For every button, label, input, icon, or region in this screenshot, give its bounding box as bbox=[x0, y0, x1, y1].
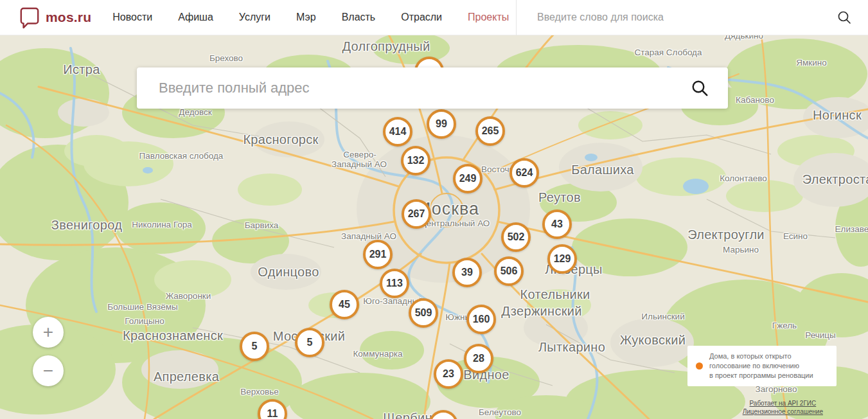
mos-ru-logo[interactable]: mos.ru bbox=[19, 6, 91, 29]
cluster-count: 624 bbox=[516, 167, 533, 179]
map-place-label: Красногорск bbox=[243, 132, 318, 147]
cluster-marker[interactable]: 39 bbox=[452, 258, 482, 287]
cluster-count: 265 bbox=[482, 125, 499, 137]
map-place-label: Верховье bbox=[240, 387, 279, 397]
map-place-label: Есино bbox=[783, 231, 808, 241]
nav-item-afisha[interactable]: Афиша bbox=[178, 12, 213, 23]
map-place-label: Лыткарино bbox=[538, 340, 605, 355]
zoom-in-button[interactable]: + bbox=[33, 317, 64, 348]
cluster-marker[interactable]: 5 bbox=[295, 328, 324, 357]
cluster-marker[interactable]: 506 bbox=[494, 256, 524, 286]
map-place-label: Звенигород bbox=[51, 218, 122, 233]
cluster-marker[interactable]: 249 bbox=[453, 164, 483, 193]
map-place-label: Ямкино bbox=[796, 58, 826, 67]
map-place-label: Балашиха bbox=[571, 163, 634, 177]
legend-line: голосование по включению bbox=[709, 361, 830, 371]
map-place-label: Большие Вязёмы bbox=[107, 302, 177, 312]
nav-item-mayor[interactable]: Мэр bbox=[296, 12, 316, 23]
search-icon[interactable] bbox=[837, 10, 851, 24]
map-place-label: Центральный АО bbox=[420, 218, 490, 228]
cluster-count: 39 bbox=[461, 267, 473, 278]
cluster-count: 267 bbox=[408, 208, 425, 220]
cluster-marker[interactable]: 291 bbox=[363, 240, 393, 269]
cluster-count: 11 bbox=[267, 408, 278, 419]
map-canvas[interactable]: МоскваИстраДолгопрудныйКрасногорскЗвениг… bbox=[0, 35, 868, 419]
cluster-count: 23 bbox=[443, 368, 454, 380]
license-agreement-link[interactable]: Лицензионное соглашение bbox=[743, 407, 823, 416]
map-place-label: Западный АО bbox=[332, 159, 387, 169]
map-place-label: Дзержинский bbox=[501, 304, 581, 319]
cluster-count: 99 bbox=[436, 118, 447, 130]
cluster-count: 249 bbox=[459, 173, 477, 184]
cluster-marker[interactable]: 132 bbox=[401, 146, 430, 175]
map-place-label: Кабаново bbox=[736, 95, 774, 105]
cluster-count: 28 bbox=[473, 353, 484, 364]
map-place-label: Белеутово bbox=[479, 407, 521, 417]
site-search bbox=[516, 0, 868, 35]
cluster-count: 132 bbox=[407, 155, 425, 166]
map-place-label: Жаворонки bbox=[166, 291, 211, 301]
cluster-count: 509 bbox=[415, 307, 432, 319]
map-place-label: Реутов bbox=[538, 190, 581, 205]
map-place-label: Электросталь bbox=[802, 172, 868, 187]
map-place-label: Павловская слобода bbox=[139, 151, 224, 161]
map-place-label: Дядькино bbox=[725, 35, 763, 40]
nav-item-projects[interactable]: Проекты bbox=[468, 12, 509, 23]
cluster-count: 291 bbox=[369, 249, 387, 260]
map-place-label: Барвиха bbox=[245, 220, 279, 230]
map-place-label: Котельники bbox=[520, 287, 590, 302]
legend-line: Дома, в которых открыто bbox=[709, 352, 830, 361]
cluster-count: 45 bbox=[339, 299, 350, 310]
cluster-marker[interactable]: 23 bbox=[434, 359, 463, 389]
nav-item-news[interactable]: Новости bbox=[112, 12, 152, 23]
cluster-marker[interactable]: 414 bbox=[383, 117, 412, 147]
map-place-label: Ильинский bbox=[641, 312, 684, 321]
cluster-marker[interactable]: 265 bbox=[475, 116, 505, 146]
legend-line: в проект программы реновации bbox=[709, 371, 830, 380]
nav-item-services[interactable]: Услуги bbox=[239, 12, 270, 23]
cluster-marker[interactable]: 267 bbox=[402, 199, 431, 229]
cluster-marker[interactable]: 502 bbox=[501, 222, 531, 252]
main-nav: Новости Афиша Услуги Мэр Власть Отрасли … bbox=[112, 12, 509, 23]
cluster-marker[interactable]: 43 bbox=[542, 209, 572, 239]
map-place-label: Колонтаево bbox=[720, 174, 767, 183]
map-place-label: Ногинск bbox=[813, 108, 862, 123]
cluster-marker[interactable]: 624 bbox=[509, 158, 539, 188]
nav-item-authority[interactable]: Власть bbox=[342, 12, 376, 23]
top-navigation-bar: mos.ru Новости Афиша Услуги Мэр Власть О… bbox=[0, 0, 868, 35]
cluster-marker[interactable]: 509 bbox=[409, 298, 438, 328]
map-place-label: Голицыно bbox=[125, 316, 164, 326]
map-place-label: Гжель bbox=[772, 321, 797, 330]
map-place-label: Краснознаменск bbox=[123, 328, 223, 343]
search-icon[interactable] bbox=[691, 80, 709, 97]
address-search-input[interactable] bbox=[157, 79, 691, 97]
api-2gis-link[interactable]: Работает на API 2ГИС bbox=[743, 399, 823, 407]
cluster-marker[interactable]: 160 bbox=[466, 305, 496, 334]
speech-bubble-icon bbox=[19, 6, 40, 29]
cluster-marker[interactable]: 45 bbox=[330, 290, 359, 319]
cluster-count: 5 bbox=[307, 337, 313, 348]
cluster-marker[interactable]: 99 bbox=[427, 109, 456, 139]
cluster-count: 113 bbox=[386, 278, 403, 289]
site-search-input[interactable] bbox=[536, 11, 837, 24]
cluster-count: 506 bbox=[500, 265, 518, 277]
address-search-box bbox=[137, 67, 728, 109]
map-place-label: Коммунарка bbox=[353, 349, 402, 359]
cluster-marker[interactable]: 5 bbox=[240, 332, 269, 361]
map-place-label: Одинцово bbox=[258, 265, 319, 280]
cluster-marker[interactable]: 113 bbox=[380, 269, 409, 298]
cluster-marker[interactable]: 129 bbox=[547, 244, 577, 274]
legend-dot-icon bbox=[696, 362, 703, 370]
map-attribution: Работает на API 2ГИС Лицензионное соглаш… bbox=[743, 399, 823, 416]
nav-item-industries[interactable]: Отрасли bbox=[401, 12, 442, 23]
map-place-label: Речицы bbox=[805, 330, 835, 340]
map-place-label: Апрелевка bbox=[154, 370, 219, 384]
cluster-count: 502 bbox=[508, 231, 525, 243]
zoom-out-button[interactable]: − bbox=[33, 355, 64, 386]
cluster-count: 129 bbox=[554, 253, 571, 265]
map-place-label: Электроугли bbox=[687, 227, 765, 242]
map-place-label: Старая Слобода bbox=[635, 48, 702, 57]
cluster-count: 43 bbox=[551, 218, 563, 230]
cluster-marker[interactable]: 28 bbox=[464, 344, 493, 373]
mos-ru-page: mos.ru Новости Афиша Услуги Мэр Власть О… bbox=[0, 0, 868, 419]
